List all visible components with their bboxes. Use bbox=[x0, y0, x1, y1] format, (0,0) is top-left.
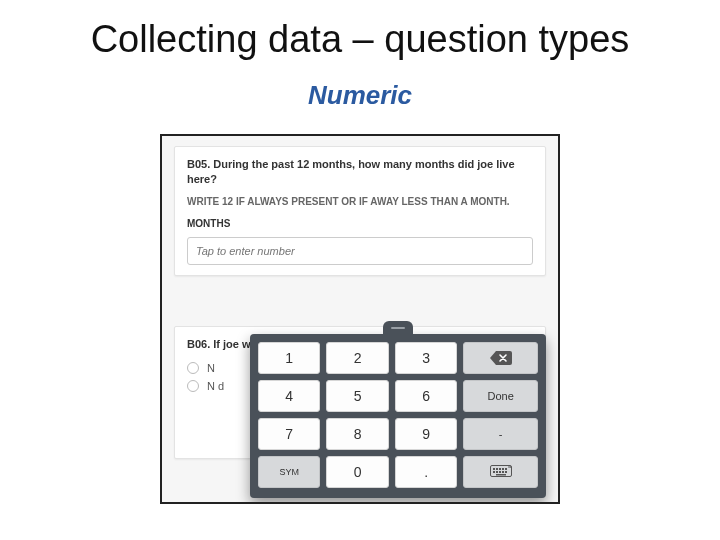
key-backspace[interactable] bbox=[463, 342, 538, 374]
survey-screenshot: B05. During the past 12 months, how many… bbox=[160, 134, 560, 504]
key-done[interactable]: Done bbox=[463, 380, 538, 412]
key-1[interactable]: 1 bbox=[258, 342, 320, 374]
key-6[interactable]: 6 bbox=[395, 380, 457, 412]
key-dot[interactable]: . bbox=[395, 456, 457, 488]
key-7[interactable]: 7 bbox=[258, 418, 320, 450]
slide-subtitle: Numeric bbox=[0, 80, 720, 111]
key-4[interactable]: 4 bbox=[258, 380, 320, 412]
option-label: N d bbox=[207, 380, 224, 392]
svg-rect-3 bbox=[499, 468, 501, 470]
radio-icon bbox=[187, 380, 199, 392]
svg-rect-8 bbox=[499, 471, 501, 473]
keypad-handle[interactable] bbox=[383, 321, 413, 335]
key-3[interactable]: 3 bbox=[395, 342, 457, 374]
svg-rect-9 bbox=[502, 471, 504, 473]
question-unit-label: MONTHS bbox=[187, 218, 533, 229]
svg-rect-1 bbox=[493, 468, 495, 470]
svg-rect-6 bbox=[493, 471, 495, 473]
svg-rect-2 bbox=[496, 468, 498, 470]
slide-title: Collecting data – question types bbox=[0, 18, 720, 61]
backspace-icon bbox=[490, 351, 512, 365]
key-9[interactable]: 9 bbox=[395, 418, 457, 450]
key-5[interactable]: 5 bbox=[326, 380, 388, 412]
svg-rect-7 bbox=[496, 471, 498, 473]
svg-rect-11 bbox=[496, 474, 506, 476]
key-2[interactable]: 2 bbox=[326, 342, 388, 374]
question-text-b05: B05. During the past 12 months, how many… bbox=[187, 157, 533, 187]
numeric-keypad: 1 2 3 4 5 6 Done bbox=[250, 321, 546, 498]
option-label: N bbox=[207, 362, 215, 374]
key-keyboard-toggle[interactable] bbox=[463, 456, 538, 488]
question-instruction-b05: WRITE 12 IF ALWAYS PRESENT OR IF AWAY LE… bbox=[187, 195, 533, 209]
svg-rect-5 bbox=[505, 468, 507, 470]
keyboard-icon bbox=[490, 465, 512, 479]
svg-point-13 bbox=[509, 466, 511, 468]
key-sym[interactable]: SYM bbox=[258, 456, 320, 488]
key-8[interactable]: 8 bbox=[326, 418, 388, 450]
numeric-input[interactable] bbox=[187, 237, 533, 265]
key-0[interactable]: 0 bbox=[326, 456, 388, 488]
svg-point-12 bbox=[508, 466, 510, 468]
svg-rect-10 bbox=[505, 471, 507, 473]
key-dash[interactable]: - bbox=[463, 418, 538, 450]
radio-icon bbox=[187, 362, 199, 374]
svg-rect-4 bbox=[502, 468, 504, 470]
question-card-b05: B05. During the past 12 months, how many… bbox=[174, 146, 546, 276]
